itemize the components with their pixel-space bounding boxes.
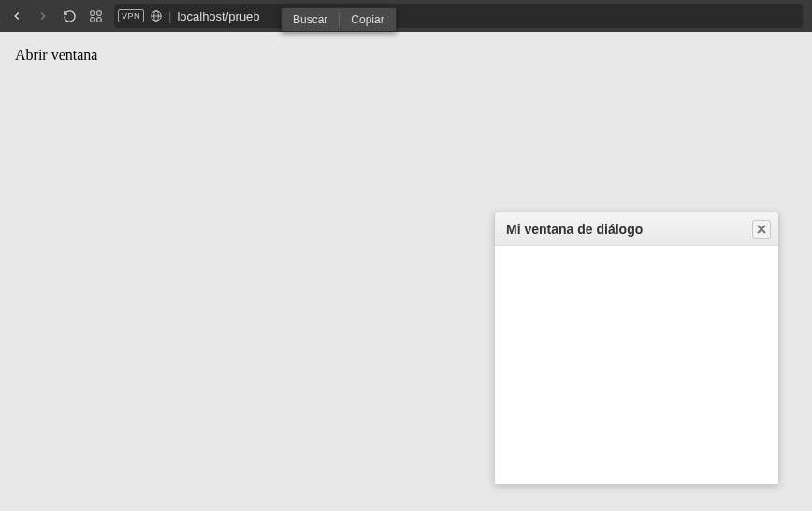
context-menu-copy[interactable]: Copiar bbox=[340, 8, 395, 31]
forward-button[interactable] bbox=[30, 3, 56, 29]
svg-rect-3 bbox=[96, 17, 100, 21]
globe-icon bbox=[150, 9, 163, 22]
url-separator: | bbox=[168, 9, 171, 23]
address-bar[interactable]: VPN | localhost/prueb bbox=[114, 4, 803, 28]
context-menu-search[interactable]: Buscar bbox=[282, 8, 339, 31]
svg-rect-0 bbox=[90, 10, 94, 14]
reload-button[interactable] bbox=[56, 3, 82, 29]
dialog-titlebar[interactable]: Mi ventana de diálogo bbox=[495, 212, 778, 246]
open-dialog-link[interactable]: Abrir ventana bbox=[15, 47, 97, 63]
browser-toolbar: VPN | localhost/prueb Buscar Copiar bbox=[0, 0, 812, 32]
page-content: Abrir ventana Mi ventana de diálogo bbox=[0, 32, 812, 511]
dialog-close-button[interactable] bbox=[752, 220, 771, 239]
back-button[interactable] bbox=[4, 3, 30, 29]
dialog-body bbox=[495, 246, 778, 484]
dialog-window[interactable]: Mi ventana de diálogo bbox=[494, 212, 779, 485]
selection-context-menu: Buscar Copiar bbox=[281, 7, 397, 32]
dialog-title: Mi ventana de diálogo bbox=[506, 222, 643, 237]
url-text: localhost/prueb bbox=[177, 9, 259, 23]
extensions-button[interactable] bbox=[82, 3, 109, 29]
svg-rect-1 bbox=[96, 10, 100, 14]
close-icon bbox=[757, 221, 766, 238]
svg-rect-2 bbox=[90, 17, 94, 21]
vpn-badge-icon: VPN bbox=[118, 9, 144, 22]
